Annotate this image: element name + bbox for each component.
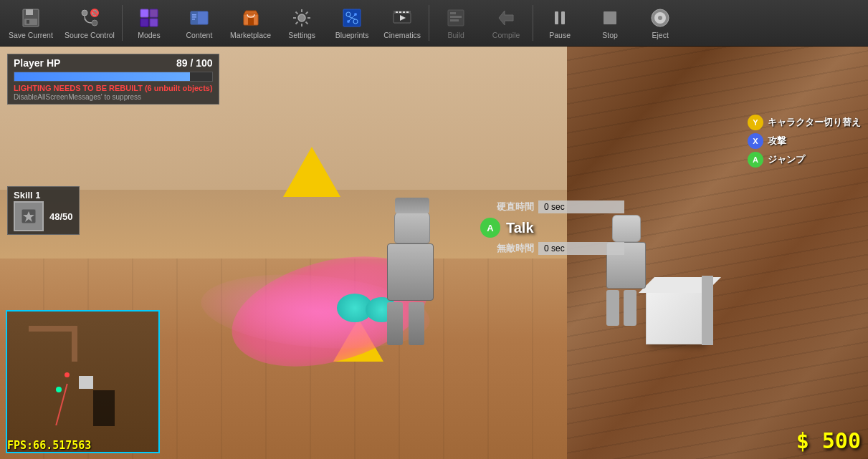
talk-label: Talk: [506, 220, 534, 236]
pause-icon: [548, 6, 571, 29]
content-label: Content: [186, 31, 213, 39]
control-row-a: A ジャンプ: [748, 152, 861, 168]
pause-button[interactable]: Pause: [535, 1, 585, 44]
eject-button[interactable]: Eject: [635, 1, 685, 44]
content-button[interactable]: Content: [174, 1, 224, 44]
svg-point-21: [298, 14, 305, 21]
divider-2: [429, 5, 429, 41]
immune-label: 無敵時間: [480, 242, 534, 255]
svg-line-26: [296, 12, 298, 14]
svg-rect-16: [192, 14, 196, 16]
save-current-button[interactable]: Save Current: [3, 1, 59, 44]
content-icon: [188, 6, 211, 29]
svg-rect-20: [248, 18, 254, 25]
minimap-wall-1: [29, 326, 72, 332]
build-label: Build: [447, 31, 464, 39]
player-character: [387, 211, 434, 345]
svg-rect-2: [24, 19, 37, 25]
svg-rect-40: [399, 11, 401, 13]
build-icon: [444, 6, 467, 29]
svg-rect-47: [450, 12, 456, 14]
blueprints-button[interactable]: Blueprints: [327, 1, 377, 44]
skill-count: 48/50: [49, 211, 73, 222]
divider-3: [533, 5, 533, 41]
immune-row: 無敵時間 0 sec: [480, 242, 624, 255]
white-cube: [646, 291, 703, 344]
svg-rect-12: [140, 19, 148, 26]
player-legs: [387, 302, 434, 345]
svg-rect-50: [604, 11, 616, 24]
cinematics-label: Cinematics: [383, 31, 421, 39]
player-body: [387, 243, 434, 301]
svg-rect-49: [561, 11, 565, 24]
divider-1: [122, 5, 123, 41]
svg-rect-17: [192, 16, 196, 18]
npc-legs: [606, 290, 646, 326]
svg-rect-11: [150, 9, 158, 17]
skill-icon-box: [14, 201, 44, 231]
settings-button[interactable]: Settings: [277, 1, 327, 44]
marketplace-button[interactable]: Marketplace: [224, 1, 277, 44]
modes-icon: [138, 6, 161, 29]
cinematics-button[interactable]: Cinematics: [377, 1, 427, 44]
pause-label: Pause: [549, 31, 571, 39]
toolbar: Save Current Source Control: [0, 0, 868, 47]
hp-hud: Player HP 89 / 100 LIGHTING NEEDS TO BE …: [7, 54, 219, 105]
svg-rect-46: [450, 19, 459, 21]
svg-rect-42: [406, 11, 409, 13]
control-row-x: X 攻撃: [748, 133, 861, 149]
build-button[interactable]: Build: [431, 1, 481, 44]
compile-label: Compile: [492, 31, 520, 39]
immune-value: 0 sec: [538, 242, 624, 255]
skill-name: Skill 1: [14, 190, 41, 200]
source-control-label: Source Control: [65, 31, 115, 39]
source-control-button[interactable]: Source Control: [59, 1, 120, 44]
hp-label: Player HP: [14, 57, 60, 69]
save-icon: [19, 6, 42, 29]
hp-value: 89 / 100: [176, 57, 213, 69]
cinematics-icon: [391, 6, 414, 29]
save-current-label: Save Current: [9, 31, 53, 39]
a-button-icon: A: [748, 152, 763, 168]
svg-rect-45: [450, 16, 462, 18]
talk-row: A Talk: [480, 218, 624, 238]
stop-button[interactable]: Stop: [585, 1, 635, 44]
svg-rect-1: [26, 9, 33, 15]
svg-rect-39: [396, 11, 398, 13]
fps-counter: FPS:66.517563: [7, 439, 91, 452]
yellow-triangle-1: [283, 147, 340, 197]
eject-label: Eject: [652, 31, 668, 39]
x-button-icon: X: [748, 133, 763, 149]
svg-line-28: [306, 12, 308, 14]
svg-rect-18: [192, 19, 195, 20]
svg-point-53: [658, 16, 662, 20]
svg-rect-10: [140, 9, 148, 17]
svg-rect-13: [150, 19, 158, 26]
settings-label: Settings: [288, 31, 315, 39]
minimap-cube: [79, 376, 93, 389]
combat-hud: 硬直時間 0 sec A Talk 無敵時間 0 sec: [480, 200, 624, 259]
stop-label: Stop: [602, 31, 618, 39]
marketplace-label: Marketplace: [230, 31, 271, 39]
x-action-label: 攻撃: [768, 135, 786, 148]
modes-button[interactable]: Modes: [124, 1, 174, 44]
svg-point-4: [82, 10, 87, 16]
svg-rect-48: [555, 11, 558, 24]
minimap-dark-area: [93, 390, 115, 426]
settings-icon: [290, 6, 313, 29]
hardening-row: 硬直時間 0 sec: [480, 200, 624, 213]
suppress-message: DisableAllScreenMessages' to suppress: [14, 93, 213, 101]
modes-label: Modes: [138, 31, 161, 39]
svg-point-5: [92, 20, 97, 26]
compile-button[interactable]: Compile: [481, 1, 531, 44]
hp-bar-background: [14, 72, 213, 82]
source-control-icon: [78, 6, 101, 29]
eject-icon: [649, 6, 672, 29]
a-action-label: ジャンプ: [768, 153, 805, 166]
player-head: [394, 211, 430, 243]
skill-hud: Skill 1 48/50: [7, 186, 80, 235]
compile-icon: [495, 6, 518, 29]
svg-rect-41: [403, 11, 405, 13]
stop-icon: [598, 6, 621, 29]
svg-rect-15: [191, 11, 198, 24]
